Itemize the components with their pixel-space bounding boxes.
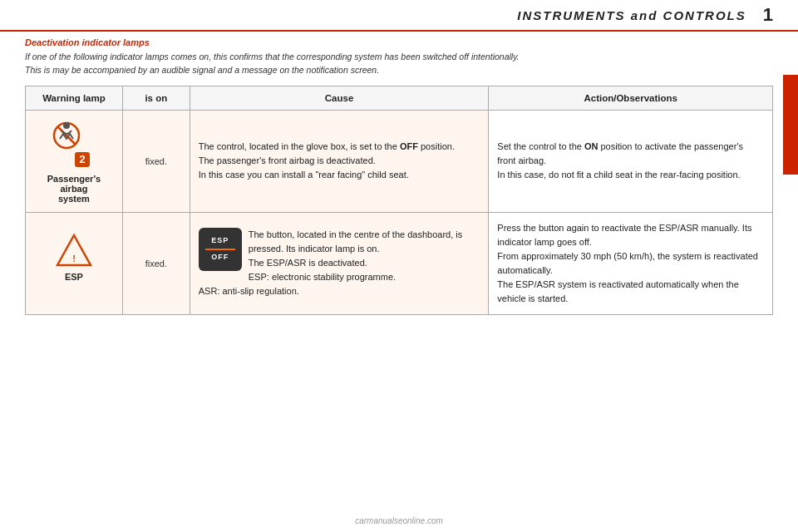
svg-text:!: !: [72, 254, 76, 264]
watermark: carmanualseonline.com: [0, 516, 798, 525]
esp-cause-text: ESP OFF The button, located in the centr…: [199, 228, 480, 298]
section-heading: Deactivation indicator lamps: [25, 37, 773, 47]
table-row: ! ESP fixed. ESP: [26, 212, 773, 314]
intro-line2: This is may be accompanied by an audible…: [25, 65, 379, 75]
main-content: Deactivation indicator lamps If one of t…: [25, 37, 773, 482]
svg-text:2: 2: [79, 153, 85, 165]
airbag-icon: 2: [48, 119, 100, 170]
on-bold: ON: [584, 141, 598, 151]
airbag-lamp-label: Passenger'sairbagsystem: [34, 174, 114, 204]
section-tab: [783, 75, 798, 175]
action-cell-esp: Press the button again to reactivate the…: [489, 212, 773, 314]
airbag-icon-wrap: 2: [34, 119, 114, 170]
table-row: 2 Passenger'sairbagsystem fixed. The con…: [26, 110, 773, 212]
cause-cell-esp: ESP OFF The button, located in the centr…: [190, 212, 489, 314]
lamp-cell-airbag: 2 Passenger'sairbagsystem: [26, 110, 123, 212]
svg-line-1: [57, 126, 76, 145]
ison-cell-airbag: fixed.: [122, 110, 190, 212]
cause-cell-airbag: The control, located in the glove box, i…: [190, 110, 489, 212]
airbag-ison-text: fixed.: [131, 156, 181, 166]
esp-icon-wrap: !: [34, 232, 114, 268]
airbag-cause-text: The control, located in the glove box, i…: [199, 140, 480, 182]
esp-lamp-label2: [34, 285, 114, 295]
esp-ison-text: fixed.: [131, 259, 181, 268]
esp-action-text: Press the button again to reactivate the…: [497, 221, 764, 306]
col-header-action: Action/Observations: [489, 86, 773, 110]
chapter-title: INSTRUMENTS and CONTROLS: [517, 8, 746, 22]
esp-button-image: ESP OFF: [199, 228, 242, 271]
page-header: INSTRUMENTS and CONTROLS 1: [0, 0, 798, 32]
col-header-ison: is on: [122, 86, 190, 110]
off-bold: OFF: [400, 141, 418, 151]
esp-btn-off: OFF: [211, 252, 229, 264]
svg-point-2: [63, 122, 70, 129]
section-intro: If one of the following indicator lamps …: [25, 51, 773, 77]
esp-btn-line: [205, 249, 235, 250]
esp-button-icon: ESP OFF: [199, 228, 242, 271]
esp-lamp-label: ESP: [34, 272, 114, 282]
esp-btn-label: ESP: [211, 235, 229, 247]
col-header-cause: Cause: [190, 86, 489, 110]
action-cell-airbag: Set the control to the ON position to ac…: [489, 110, 773, 212]
chapter-number: 1: [763, 4, 773, 26]
warning-table: Warning lamp is on Cause Action/Observat…: [25, 86, 773, 315]
esp-warning-icon: !: [54, 232, 94, 268]
ison-cell-esp: fixed.: [122, 212, 190, 314]
col-header-lamp: Warning lamp: [26, 86, 123, 110]
airbag-action-text: Set the control to the ON position to ac…: [497, 140, 764, 182]
intro-line1: If one of the following indicator lamps …: [25, 52, 520, 62]
lamp-cell-esp: ! ESP: [26, 212, 123, 314]
